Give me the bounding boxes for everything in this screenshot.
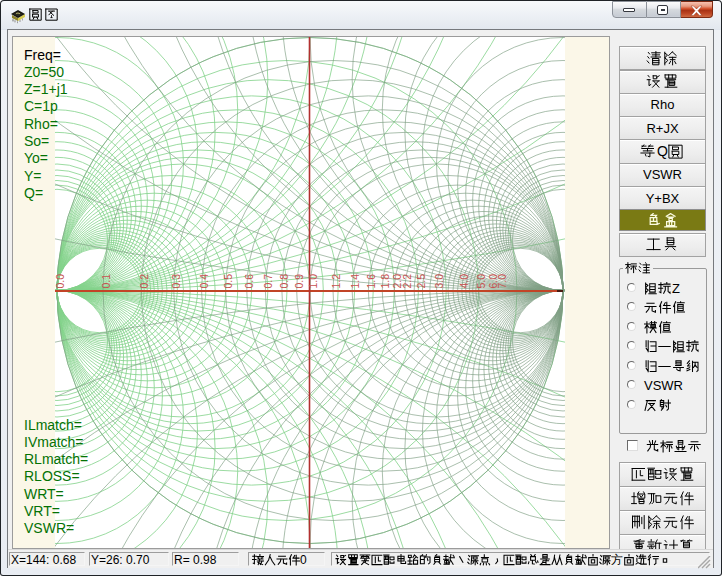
svg-text:0.8: 0.8 (278, 274, 290, 289)
svg-text:2.2: 2.2 (401, 274, 413, 289)
svg-text:5.0: 5.0 (475, 274, 487, 289)
svg-text:0.7: 0.7 (262, 274, 274, 289)
svg-text:1.8: 1.8 (379, 274, 391, 289)
svg-text:0.0: 0.0 (54, 274, 66, 289)
svg-text:1.6: 1.6 (365, 274, 377, 289)
svg-text:0.9: 0.9 (293, 274, 305, 289)
svg-text:0.4: 0.4 (198, 274, 210, 289)
svg-text:1.2: 1.2 (330, 274, 342, 289)
svg-text:0.1: 0.1 (100, 274, 112, 289)
svg-text:1.0: 1.0 (307, 274, 319, 289)
svg-text:4.0: 4.0 (458, 274, 470, 289)
svg-text:2.5: 2.5 (415, 274, 427, 289)
svg-text:0.5: 0.5 (222, 274, 234, 289)
svg-text:3.0: 3.0 (433, 274, 445, 289)
svg-text:0.6: 0.6 (243, 274, 255, 289)
svg-text:0.3: 0.3 (170, 274, 182, 289)
svg-text:7.0: 7.0 (496, 274, 508, 289)
svg-text:0.2: 0.2 (138, 274, 150, 289)
svg-text:1.4: 1.4 (349, 274, 361, 289)
